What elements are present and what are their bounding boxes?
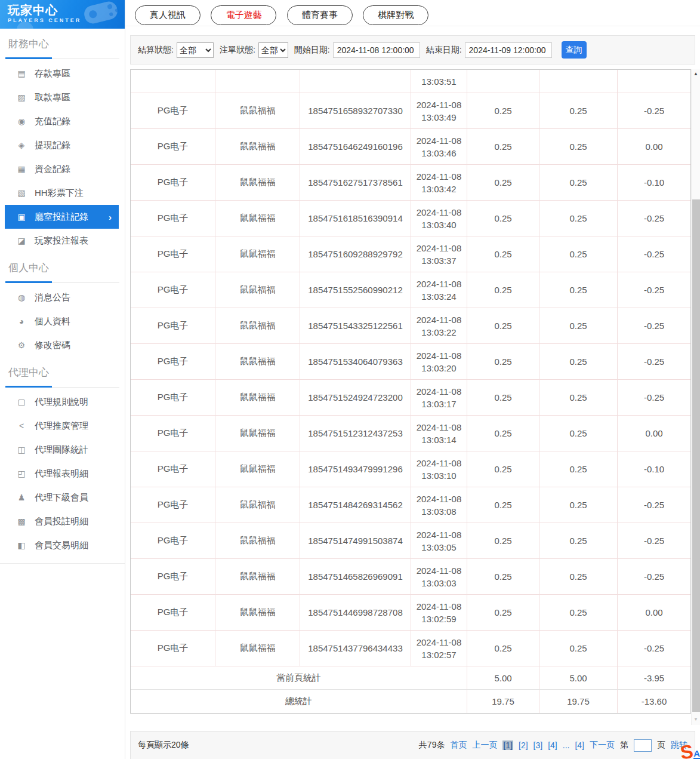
section-divider xyxy=(5,57,119,59)
table-row: PG电子 鼠鼠福福 1854751493479991296 2024-11-08… xyxy=(131,451,690,487)
sider-extension-icon[interactable]: S xyxy=(679,742,695,759)
bet-amount-cell: 0.25 xyxy=(467,559,539,595)
page-link-3[interactable]: [3] xyxy=(534,740,543,750)
scrollbar-thumb[interactable] xyxy=(692,199,700,712)
bet-records-table: 13:03:51 PG电子 鼠鼠福福 1854751658932707330 xyxy=(130,69,691,714)
sidebar-item-player-bet-report[interactable]: ◪ 玩家投注報表 xyxy=(0,229,125,253)
provider-cell: PG电子 xyxy=(131,165,215,201)
tab-electronic-games[interactable]: 電子遊藝 xyxy=(211,5,276,25)
table-row-partial: 13:03:51 xyxy=(131,70,690,93)
winloss-cell: -0.25 xyxy=(618,236,690,272)
translate-a-icon[interactable]: A xyxy=(693,749,700,759)
report-icon: ◪ xyxy=(16,236,27,245)
page-link-2[interactable]: [2] xyxy=(519,740,528,750)
valid-bet-cell: 0.25 xyxy=(539,344,618,380)
order-id-cell: 1854751658932707330 xyxy=(300,93,411,129)
page-size-text: 每頁顯示20條 xyxy=(138,740,189,751)
sidebar-item-hh-lottery-bets[interactable]: ▧ HH彩票下注 xyxy=(0,181,125,205)
section-title: 財務中心 xyxy=(0,29,125,51)
table-row: PG电子 鼠鼠福福 1854751618516390914 2024-11-08… xyxy=(131,201,690,236)
page-summary-winloss: -3.95 xyxy=(618,666,690,690)
sidebar-section-personal: 個人中心 ◍ 消息公告 ◕ 個人資料 ⚙ 修改密碼 xyxy=(0,253,125,357)
settle-status-select[interactable]: 全部 xyxy=(177,42,214,58)
tab-live-casino[interactable]: 真人視訊 xyxy=(135,5,201,25)
sidebar-item-announcements[interactable]: ◍ 消息公告 xyxy=(0,285,125,309)
sidebar-item-change-password[interactable]: ⚙ 修改密碼 xyxy=(0,333,125,357)
total-summary-label: 總統計 xyxy=(131,690,467,713)
section-divider xyxy=(5,281,119,283)
start-date-input[interactable] xyxy=(333,42,420,58)
game-cell: 鼠鼠福福 xyxy=(215,595,300,631)
query-button[interactable]: 查詢 xyxy=(562,41,587,59)
tab-sports[interactable]: 體育賽事 xyxy=(287,5,353,25)
scroll-up-icon[interactable]: ▲ xyxy=(692,69,700,79)
winloss-cell: -0.25 xyxy=(618,308,690,344)
time-cell: 2024-11-08 13:03:14 xyxy=(411,416,467,451)
order-id-cell: 1854751627517378561 xyxy=(300,165,411,201)
order-status-label: 注單狀態: xyxy=(220,45,255,56)
sidebar-item-agent-team-stats[interactable]: ◫ 代理團隊統計 xyxy=(0,438,125,462)
order-status-select[interactable]: 全部 xyxy=(258,42,288,58)
sidebar-item-agent-promotion[interactable]: < 代理推廣管理 xyxy=(0,414,125,438)
share-icon: < xyxy=(16,421,27,431)
bet-amount-cell: 0.25 xyxy=(467,380,539,416)
moneybag-icon: ◉ xyxy=(16,116,27,126)
sidebar-item-member-bet-detail[interactable]: ▩ 會員投註明細 xyxy=(0,509,125,533)
table-row: PG电子 鼠鼠福福 1854751437796434433 2024-11-08… xyxy=(131,631,690,666)
sidebar-item-member-transaction-detail[interactable]: ◧ 會員交易明細 xyxy=(0,533,125,557)
next-page-link[interactable]: 下一页 xyxy=(590,740,615,751)
sidebar-item-agent-report-detail[interactable]: ◰ 代理報表明細 xyxy=(0,462,125,485)
game-cell: 鼠鼠福福 xyxy=(215,165,300,201)
sidebar-item-withdrawal-records[interactable]: ◈ 提現記錄 xyxy=(0,133,125,157)
filter-bar: 結算狀態: 全部 注單狀態: 全部 開始日期: 結束日期: 查詢 xyxy=(130,35,695,64)
provider-cell: PG电子 xyxy=(131,559,215,595)
sidebar-item-label: 修改密碼 xyxy=(35,340,70,351)
sidebar-item-withdraw-zone[interactable]: ▨ 取款專區 xyxy=(0,85,125,109)
provider-cell: PG电子 xyxy=(131,380,215,416)
start-date-label: 開始日期: xyxy=(294,45,330,56)
lottery-icon: ▧ xyxy=(16,188,27,198)
prev-page-link[interactable]: 上一页 xyxy=(472,740,497,751)
winloss-cell: -0.25 xyxy=(618,523,690,559)
valid-bet-cell: 0.25 xyxy=(539,236,618,272)
page-link-1[interactable]: [1] xyxy=(502,740,513,750)
sidebar-item-label: 消息公告 xyxy=(35,292,70,303)
game-cell: 鼠鼠福福 xyxy=(215,344,300,380)
valid-bet-cell: 0.25 xyxy=(539,631,618,666)
section-title: 代理中心 xyxy=(0,357,125,379)
sidebar-item-funds-records[interactable]: ▦ 資金記錄 xyxy=(0,157,125,181)
sidebar-item-recharge-records[interactable]: ◉ 充值記錄 xyxy=(0,109,125,133)
first-page-link[interactable]: 首页 xyxy=(450,740,467,751)
provider-cell: PG电子 xyxy=(131,416,215,451)
time-cell: 2024-11-08 13:03:22 xyxy=(411,308,467,344)
bet-amount-cell: 0.25 xyxy=(467,308,539,344)
sidebar-item-profile[interactable]: ◕ 個人資料 xyxy=(0,309,125,333)
end-date-input[interactable] xyxy=(465,42,552,58)
winloss-cell: -0.25 xyxy=(618,344,690,380)
provider-cell: PG电子 xyxy=(131,93,215,129)
sidebar-item-deposit-zone[interactable]: ▤ 存款專區 xyxy=(0,62,125,85)
sidebar-item-label: 個人資料 xyxy=(35,316,70,327)
table-row: PG电子 鼠鼠福福 1854751609288929792 2024-11-08… xyxy=(131,236,690,272)
bet-amount-cell: 0.25 xyxy=(467,523,539,559)
tab-board-games[interactable]: 棋牌對戰 xyxy=(363,5,428,25)
provider-cell: PG电子 xyxy=(131,344,215,380)
order-id-cell: 1854751474991503874 xyxy=(300,523,411,559)
sidebar-item-agent-rules[interactable]: ▢ 代理規則說明 xyxy=(0,390,125,414)
sidebar-item-agent-sub-members[interactable]: ♟ 代理下級會員 xyxy=(0,485,125,509)
bet-records-table-area: 13:03:51 PG电子 鼠鼠福福 1854751658932707330 xyxy=(130,69,700,725)
time-cell: 2024-11-08 13:02:57 xyxy=(411,631,467,666)
section-divider xyxy=(5,386,119,388)
winloss-cell: -0.25 xyxy=(618,272,690,308)
scroll-down-icon[interactable]: ▼ xyxy=(692,715,700,725)
jump-page-input[interactable] xyxy=(634,739,652,752)
jump-suffix-label: 页 xyxy=(657,740,665,751)
last-page-link[interactable]: [4] xyxy=(575,740,584,750)
valid-bet-cell: 0.25 xyxy=(539,487,618,523)
sidebar-item-label: 提現記錄 xyxy=(35,140,70,151)
table-row: PG电子 鼠鼠福福 1854751543325122561 2024-11-08… xyxy=(131,308,690,344)
page-link-4[interactable]: [4] xyxy=(548,740,557,750)
sidebar-item-room-bet-records[interactable]: ▣ 廳室投註記錄 › xyxy=(5,205,119,229)
time-cell: 2024-11-08 13:03:40 xyxy=(411,201,467,236)
order-id-cell: 1854751512312437253 xyxy=(300,416,411,451)
